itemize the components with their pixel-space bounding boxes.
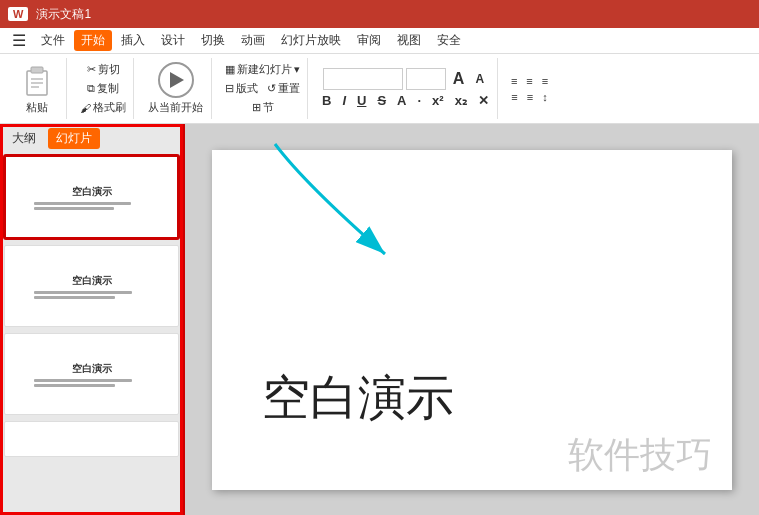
play-from-current-label: 从当前开始 xyxy=(148,100,203,115)
menu-design[interactable]: 设计 xyxy=(154,30,192,51)
thumb-content-1: 空白演示 xyxy=(10,161,173,233)
thumb-lines-3 xyxy=(34,379,150,387)
copy-row: ⧉ 复制 xyxy=(84,80,122,97)
new-slide-row: ▦ 新建幻灯片 ▾ xyxy=(222,61,303,78)
font-group: A A B I U S A · x² x₂ ✕ xyxy=(314,58,498,119)
increase-font-button[interactable]: A xyxy=(449,69,469,89)
align-center-button[interactable]: ≡ xyxy=(523,74,535,88)
slide-thumbnail-4[interactable]: 空白演示 xyxy=(4,421,179,457)
slide-main-title: 空白演示 xyxy=(262,366,454,430)
slide-panel-tabs: 大纲 幻灯片 xyxy=(4,128,179,149)
slide-item-1: 1 空白演示 xyxy=(4,155,179,239)
menu-file[interactable]: 文件 xyxy=(34,30,72,51)
paint-icon: 🖌 xyxy=(80,102,91,114)
thumb-title-3: 空白演示 xyxy=(72,362,112,376)
layout-label: 版式 xyxy=(236,81,258,96)
thumb-title-1: 空白演示 xyxy=(72,185,112,199)
thumb-line xyxy=(34,296,115,299)
app-logo: W xyxy=(8,7,28,21)
thumb-lines-1 xyxy=(34,202,148,210)
new-slide-arrow: ▾ xyxy=(294,63,300,76)
tab-outline[interactable]: 大纲 xyxy=(4,128,44,149)
thumb-title-4: 空白演示 xyxy=(72,455,112,457)
underline-button[interactable]: U xyxy=(353,92,370,109)
section-icon: ⊞ xyxy=(252,101,261,114)
section-button[interactable]: ⊞ 节 xyxy=(249,99,277,116)
slide-item-3: 3 空白演示 xyxy=(4,333,179,415)
layout-button[interactable]: ⊟ 版式 xyxy=(222,80,261,97)
thumb-content-3: 空白演示 xyxy=(9,338,174,410)
play-from-current-button[interactable]: 从当前开始 xyxy=(144,60,207,117)
reset-label: 重置 xyxy=(278,81,300,96)
align-distribute-button[interactable]: ≡ xyxy=(524,90,536,104)
menu-bar: ☰ 文件 开始 插入 设计 切换 动画 幻灯片放映 审阅 视图 安全 xyxy=(0,28,759,54)
thumb-content-4: 空白演示 xyxy=(9,426,174,457)
slide-canvas[interactable]: 空白演示 软件技巧 xyxy=(212,150,732,490)
menu-slideshow[interactable]: 幻灯片放映 xyxy=(274,30,348,51)
cut-label: 剪切 xyxy=(98,62,120,77)
thumb-title-2: 空白演示 xyxy=(72,274,112,288)
slide-thumbnail-1[interactable]: 空白演示 xyxy=(4,155,179,239)
cut-button[interactable]: ✂ 剪切 xyxy=(84,61,123,78)
reset-icon: ↺ xyxy=(267,82,276,95)
align-left-button[interactable]: ≡ xyxy=(508,74,520,88)
superscript-button[interactable]: x² xyxy=(428,92,448,109)
format-row: 🖌 格式刷 xyxy=(77,99,129,116)
toolbar: 粘贴 ✂ 剪切 ⧉ 复制 🖌 格式刷 从 xyxy=(0,54,759,124)
thumb-line xyxy=(34,384,115,387)
decrease-font-button[interactable]: A xyxy=(471,71,488,87)
new-slide-label: 新建幻灯片 xyxy=(237,62,292,77)
thumb-content-2: 空白演示 xyxy=(9,250,174,322)
subscript-button[interactable]: x₂ xyxy=(451,92,471,109)
main-area: 空白演示 软件技巧 xyxy=(185,124,759,515)
thumb-line xyxy=(34,202,131,205)
font-size-input[interactable] xyxy=(406,68,446,90)
cut-row: ✂ 剪切 xyxy=(84,61,123,78)
bold-button[interactable]: B xyxy=(318,92,335,109)
paste-icon xyxy=(18,62,56,100)
paste-button[interactable]: 粘贴 xyxy=(12,60,62,117)
content-area: 大纲 幻灯片 1 空白演示 2 空白演示 xyxy=(0,124,759,515)
menu-animation[interactable]: 动画 xyxy=(234,30,272,51)
menu-insert[interactable]: 插入 xyxy=(114,30,152,51)
svg-rect-1 xyxy=(31,67,43,73)
new-slide-icon: ▦ xyxy=(225,63,235,76)
slide-watermark: 软件技巧 xyxy=(568,431,712,480)
align-justify-button[interactable]: ≡ xyxy=(508,90,520,104)
clear-format-button[interactable]: ✕ xyxy=(474,92,493,109)
thumb-line xyxy=(34,379,132,382)
slide-item-4: 4 空白演示 xyxy=(4,421,179,457)
copy-button[interactable]: ⧉ 复制 xyxy=(84,80,122,97)
format-paint-label: 格式刷 xyxy=(93,100,126,115)
slide-panel: 大纲 幻灯片 1 空白演示 2 空白演示 xyxy=(0,124,185,515)
font-name-row: A A xyxy=(323,68,488,90)
para-row1: ≡ ≡ ≡ xyxy=(508,74,551,88)
menu-transition[interactable]: 切换 xyxy=(194,30,232,51)
font-color-button[interactable]: A xyxy=(393,92,410,109)
italic-button[interactable]: I xyxy=(338,92,350,109)
line-spacing-button[interactable]: ↕ xyxy=(539,90,551,104)
reset-button[interactable]: ↺ 重置 xyxy=(264,80,303,97)
menu-security[interactable]: 安全 xyxy=(430,30,468,51)
align-right-button[interactable]: ≡ xyxy=(539,74,551,88)
play-triangle xyxy=(170,72,184,88)
slide-thumbnail-2[interactable]: 空白演示 xyxy=(4,245,179,327)
new-slide-button[interactable]: ▦ 新建幻灯片 ▾ xyxy=(222,61,303,78)
menu-review[interactable]: 审阅 xyxy=(350,30,388,51)
copy-icon: ⧉ xyxy=(87,82,95,95)
paste-group: 粘贴 xyxy=(8,58,67,119)
format-paint-button[interactable]: 🖌 格式刷 xyxy=(77,99,129,116)
paste-label: 粘贴 xyxy=(26,100,48,115)
scissors-icon: ✂ xyxy=(87,63,96,76)
hamburger-menu[interactable]: ☰ xyxy=(6,31,32,50)
font-style-row: B I U S A · x² x₂ ✕ xyxy=(318,92,493,109)
thumb-lines-2 xyxy=(34,291,150,299)
menu-view[interactable]: 视图 xyxy=(390,30,428,51)
tab-slides[interactable]: 幻灯片 xyxy=(48,128,100,149)
menu-home[interactable]: 开始 xyxy=(74,30,112,51)
slide-thumbnail-3[interactable]: 空白演示 xyxy=(4,333,179,415)
font-name-input[interactable] xyxy=(323,68,403,90)
thumb-line xyxy=(34,291,132,294)
font-underline-color[interactable]: · xyxy=(413,92,425,109)
strikethrough-button[interactable]: S xyxy=(373,92,390,109)
